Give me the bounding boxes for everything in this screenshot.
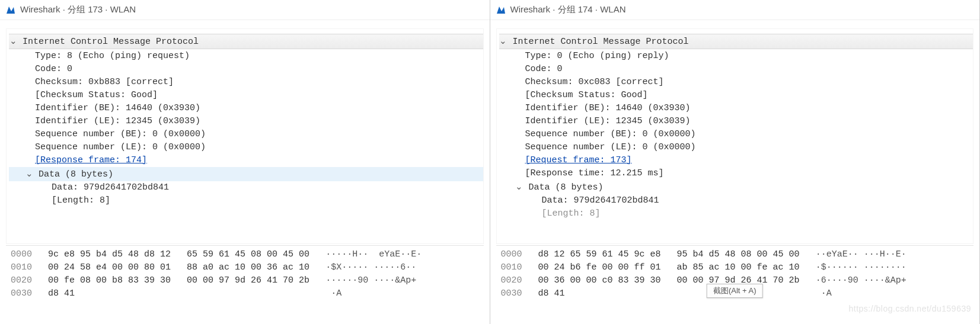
field-id-le[interactable]: Identifier (LE): 12345 (0x3039) [9,115,483,128]
field-length[interactable]: [Length: 8] [499,207,973,220]
toggle-icon[interactable]: ⌄ [515,180,523,193]
proto-icmp-row[interactable]: ⌄ Internet Control Message Protocol [9,34,483,49]
field-checksum-status[interactable]: [Checksum Status: Good] [499,89,973,102]
pane-right: Wireshark · 分组 174 · WLAN ⌄ Internet Con… [490,0,981,324]
toggle-icon[interactable]: ⌄ [25,167,33,180]
field-seq-be[interactable]: Sequence number (BE): 0 (0x0000) [9,128,483,141]
field-checksum-status[interactable]: [Checksum Status: Good] [9,89,483,102]
wireshark-icon [6,5,15,15]
field-checksum[interactable]: Checksum: 0xb883 [correct] [9,76,483,89]
toggle-icon[interactable]: ⌄ [499,34,507,47]
packet-details-left[interactable]: ⌄ Internet Control Message Protocol Type… [6,28,484,244]
response-frame-link[interactable]: [Response frame: 174] [35,155,147,165]
titlebar-left[interactable]: Wireshark · 分组 173 · WLAN [0,0,490,20]
wireshark-icon [496,5,506,15]
proto-data-row[interactable]: ⌄ Data (8 bytes) [9,167,483,181]
field-seq-le[interactable]: Sequence number (LE): 0 (0x0000) [9,141,483,154]
field-data[interactable]: Data: 979d2641702bd841 [499,194,973,207]
field-data[interactable]: Data: 979d2641702bd841 [9,181,483,194]
field-seq-be[interactable]: Sequence number (BE): 0 (0x0000) [499,128,973,141]
screenshot-button[interactable]: 截图(Alt + A) [707,284,763,298]
proto-data-row[interactable]: ⌄ Data (8 bytes) [499,180,973,194]
window-title: Wireshark · 分组 173 · WLAN [20,4,136,15]
field-checksum[interactable]: Checksum: 0xc083 [correct] [499,76,973,89]
field-seq-le[interactable]: Sequence number (LE): 0 (0x0000) [499,141,973,154]
field-id-be[interactable]: Identifier (BE): 14640 (0x3930) [499,102,973,115]
field-ref-link[interactable]: [Response frame: 174] [9,154,483,167]
field-type[interactable]: Type: 8 (Echo (ping) request) [9,50,483,63]
request-frame-link[interactable]: [Request frame: 173] [525,155,632,165]
proto-icmp-row[interactable]: ⌄ Internet Control Message Protocol [499,34,973,49]
field-ref-link[interactable]: [Request frame: 173] [499,154,973,167]
field-id-le[interactable]: Identifier (LE): 12345 (0x3039) [499,115,973,128]
field-code[interactable]: Code: 0 [499,63,973,76]
titlebar-right[interactable]: Wireshark · 分组 174 · WLAN [490,0,980,20]
window-title: Wireshark · 分组 174 · WLAN [510,4,626,15]
hex-dump-left[interactable]: 0000 9c e8 95 b4 d5 48 d8 12 65 59 61 45… [6,245,484,324]
field-type[interactable]: Type: 0 (Echo (ping) reply) [499,50,973,63]
field-resp-time[interactable]: [Response time: 12.215 ms] [499,167,973,180]
toggle-icon[interactable]: ⌄ [9,34,17,47]
packet-details-right[interactable]: ⌄ Internet Control Message Protocol Type… [496,28,974,244]
field-id-be[interactable]: Identifier (BE): 14640 (0x3930) [9,102,483,115]
field-length[interactable]: [Length: 8] [9,194,483,207]
pane-left: Wireshark · 分组 173 · WLAN ⌄ Internet Con… [0,0,490,324]
field-code[interactable]: Code: 0 [9,63,483,76]
